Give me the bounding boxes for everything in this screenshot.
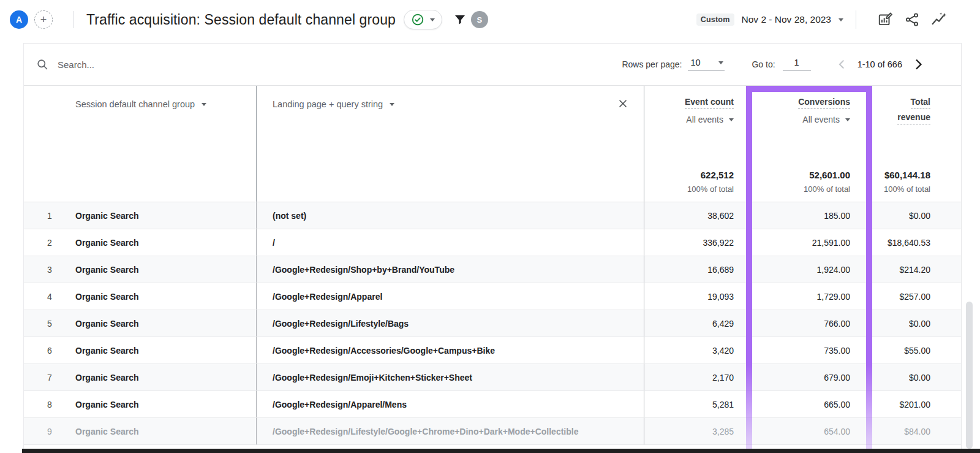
divider xyxy=(856,10,856,29)
chevron-down-icon xyxy=(430,18,435,21)
bottom-edge-bar xyxy=(22,449,980,453)
conversions-column-header[interactable]: Conversions All events 52,601.00 100% of… xyxy=(739,86,867,202)
previous-page-button[interactable] xyxy=(835,58,849,71)
check-circle-icon xyxy=(411,13,424,26)
goto-page-input[interactable] xyxy=(783,58,811,71)
edit-report-icon xyxy=(877,12,893,28)
custom-range-badge: Custom xyxy=(696,13,734,26)
pagination-range: 1-10 of 666 xyxy=(858,59,902,69)
data-quality-pill[interactable] xyxy=(404,10,442,29)
top-bar-right: Custom Nov 2 - Nov 28, 2023 xyxy=(696,10,947,29)
add-comparison-button[interactable]: + xyxy=(34,10,53,29)
table-row: 7 Organic Search /Google+Redesign/Emoji+… xyxy=(24,364,961,391)
search-icon xyxy=(36,58,48,70)
event-count-column-header[interactable]: Event count All events 622,512 100% of t… xyxy=(644,86,739,202)
filter-button[interactable] xyxy=(453,12,467,27)
table-header: Session default channel group Landing pa… xyxy=(24,86,961,202)
landing-page-column-header[interactable]: Landing page + query string xyxy=(256,86,644,202)
total-revenue-column-header[interactable]: Total revenue $60,144.18 100% of total xyxy=(867,86,961,202)
table-row: 5 Organic Search /Google+Redesign/Lifest… xyxy=(24,310,961,337)
chevron-down-icon xyxy=(390,103,394,106)
table-toolbar: Rows per page: 10 Go to: 1-10 of 666 xyxy=(24,44,961,86)
remove-dimension-button[interactable] xyxy=(617,97,629,110)
event-count-totals: 622,512 100% of total xyxy=(687,170,734,194)
share-icon xyxy=(904,12,920,28)
date-range-selector[interactable]: Nov 2 - Nov 28, 2023 xyxy=(742,14,831,25)
rows-per-page-label: Rows per page: xyxy=(622,59,682,69)
conversions-totals: 52,601.00 100% of total xyxy=(804,170,850,194)
ga4-report-page: A + Traffic acquisition: Session default… xyxy=(0,0,980,453)
chevron-down-icon xyxy=(202,103,206,106)
table-row: 1 Organic Search (not set) 38,602 185.00… xyxy=(24,202,961,229)
vertical-scrollbar[interactable] xyxy=(966,302,973,449)
page-title: Traffic acquisition: Session default cha… xyxy=(86,12,396,28)
table-row: 3 Organic Search /Google+Redesign/Shop+b… xyxy=(24,256,961,283)
chevron-down-icon xyxy=(845,118,850,121)
table-row: 4 Organic Search /Google+Redesign/Appare… xyxy=(24,283,961,310)
table-row: 8 Organic Search /Google+Redesign/Appare… xyxy=(24,391,961,418)
chevron-down-icon xyxy=(839,18,843,21)
share-button[interactable] xyxy=(904,12,920,28)
conversions-all-events-select[interactable]: All events xyxy=(802,115,850,124)
table-row: 6 Organic Search /Google+Redesign/Access… xyxy=(24,337,961,364)
event-count-all-events-select[interactable]: All events xyxy=(686,115,734,124)
table-row: 9 Organic Search /Google+Redesign/Lifest… xyxy=(24,418,961,445)
total-revenue-totals: $60,144.18 100% of total xyxy=(884,170,930,194)
channel-group-column-header[interactable]: Session default channel group xyxy=(62,86,256,202)
top-bar: A + Traffic acquisition: Session default… xyxy=(0,0,980,39)
insights-button[interactable] xyxy=(931,12,947,28)
rows-per-page-select[interactable]: 10 xyxy=(688,58,725,71)
goto-page-label: Go to: xyxy=(752,59,775,69)
table-row: 2 Organic Search / 336,922 21,591.00 $18… xyxy=(24,229,961,256)
search-input[interactable] xyxy=(56,59,243,70)
account-avatar[interactable]: A xyxy=(10,10,28,29)
chevron-down-icon xyxy=(718,61,723,64)
row-number-header xyxy=(24,86,62,202)
chevron-down-icon xyxy=(729,118,734,121)
insights-sparkline-icon xyxy=(931,12,947,28)
collaborator-avatar[interactable]: S xyxy=(471,11,488,28)
report-table-card: Rows per page: 10 Go to: 1-10 of 666 xyxy=(23,43,962,453)
edit-report-button[interactable] xyxy=(877,12,893,28)
filter-funnel-icon xyxy=(453,12,467,27)
next-page-button[interactable] xyxy=(911,57,925,72)
divider xyxy=(73,11,74,28)
